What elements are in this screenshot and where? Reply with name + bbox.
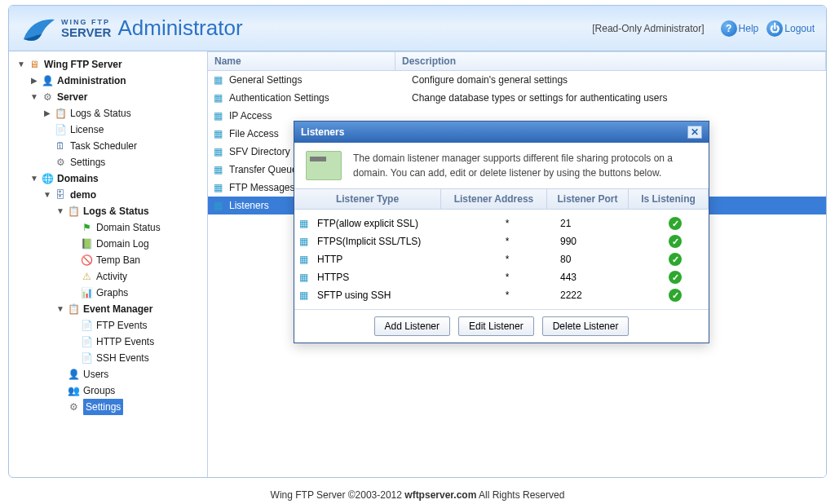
col-name: Name xyxy=(208,52,395,70)
row-desc: Configure domain's general settings xyxy=(412,74,826,86)
dialog-buttons: Add Listener Edit Listener Delete Listen… xyxy=(294,309,709,343)
row-icon: ▦ xyxy=(211,91,224,104)
listener-icon: ▦ xyxy=(299,290,312,301)
check-icon: ✓ xyxy=(669,217,682,230)
tree-groups[interactable]: 👥Groups xyxy=(55,382,205,399)
listener-row[interactable]: ▦FTPS(Implicit SSL/TLS)*990✓ xyxy=(299,232,709,250)
listener-row[interactable]: ▦SFTP using SSH*2222✓ xyxy=(299,286,709,304)
bird-icon xyxy=(20,10,58,47)
listener-icon: ▦ xyxy=(299,272,312,283)
document-icon: 📄 xyxy=(54,123,67,136)
tree-domains[interactable]: ▼🌐Domains xyxy=(29,170,205,187)
server-icon: 🖥 xyxy=(28,58,41,71)
delete-listener-button[interactable]: Delete Listener xyxy=(542,316,630,336)
tree-server-settings[interactable]: ⚙Settings xyxy=(42,154,205,170)
tree-domain-demo[interactable]: ▼🗄demo xyxy=(42,187,205,203)
tree-domain-log[interactable]: 📗Domain Log xyxy=(68,236,205,252)
col-port: Listener Port xyxy=(547,189,629,209)
tree-graphs[interactable]: 📊Graphs xyxy=(68,285,205,301)
footer: Wing FTP Server ©2003-2012 wftpserver.co… xyxy=(0,489,835,501)
tree-administration[interactable]: ▶👤Administration xyxy=(29,73,205,89)
logo: WING FTP SERVER xyxy=(20,10,111,47)
edit-listener-button[interactable]: Edit Listener xyxy=(458,316,534,336)
listener-type: FTPS(Implicit SSL/TLS) xyxy=(317,236,454,247)
listener-port: 990 xyxy=(560,236,642,247)
settings-row[interactable]: ▦General SettingsConfigure domain's gene… xyxy=(208,71,826,89)
listener-row[interactable]: ▦HTTP*80✓ xyxy=(299,250,709,268)
logout-link[interactable]: ⏻Logout xyxy=(767,20,815,37)
tree-ftp-events[interactable]: 📄FTP Events xyxy=(68,317,205,334)
check-icon: ✓ xyxy=(669,235,682,248)
tree-demo-logs[interactable]: ▼📋Logs & Status xyxy=(55,203,205,219)
tree-root[interactable]: ▼🖥Wing FTP Server xyxy=(15,56,205,73)
listener-row[interactable]: ▦FTP(allow explicit SSL)*21✓ xyxy=(299,214,709,232)
listener-icon: ▦ xyxy=(299,254,312,265)
tree-ssh-events[interactable]: 📄SSH Events xyxy=(68,350,205,366)
listener-table-header: Listener Type Listener Address Listener … xyxy=(294,188,709,210)
user-icon: 👤 xyxy=(67,368,80,381)
tree-users[interactable]: 👤Users xyxy=(55,366,205,382)
row-icon: ▦ xyxy=(211,73,224,86)
listener-addr: * xyxy=(454,254,560,265)
listener-addr: * xyxy=(454,236,560,247)
row-name: General Settings xyxy=(229,74,412,86)
listener-status: ✓ xyxy=(642,235,709,248)
listener-port: 80 xyxy=(560,254,642,265)
group-icon: 👥 xyxy=(67,384,80,397)
help-icon: ? xyxy=(721,20,737,37)
row-icon: ▦ xyxy=(211,199,224,212)
row-name: IP Access xyxy=(229,110,412,122)
listener-port: 443 xyxy=(560,272,642,283)
dialog-info: The domain listener manager supports dif… xyxy=(294,143,709,188)
add-listener-button[interactable]: Add Listener xyxy=(374,316,450,336)
listener-addr: * xyxy=(454,218,560,229)
gear-icon: ⚙ xyxy=(54,156,67,169)
tree-domain-status[interactable]: ⚑Domain Status xyxy=(68,219,205,236)
check-icon: ✓ xyxy=(669,271,682,284)
tree-server[interactable]: ▼⚙Server xyxy=(29,89,205,105)
help-link[interactable]: ?Help xyxy=(721,20,759,37)
tree-scheduler[interactable]: 🗓Task Scheduler xyxy=(42,138,205,154)
dialog-desc: The domain listener manager supports dif… xyxy=(353,151,697,180)
tree-activity[interactable]: ⚠Activity xyxy=(68,268,205,285)
log-icon: 📗 xyxy=(80,237,93,250)
ban-icon: 🚫 xyxy=(80,254,93,267)
listener-type: SFTP using SSH xyxy=(317,290,454,301)
tree-license[interactable]: 📄License xyxy=(42,122,205,138)
tree-temp-ban[interactable]: 🚫Temp Ban xyxy=(68,252,205,268)
tree-server-logs[interactable]: ▶📋Logs & Status xyxy=(42,105,205,122)
col-addr: Listener Address xyxy=(441,189,547,209)
tree-http-events[interactable]: 📄HTTP Events xyxy=(68,334,205,350)
listener-icon: ▦ xyxy=(299,218,312,229)
row-icon: ▦ xyxy=(211,181,224,194)
listener-icon: ▦ xyxy=(299,236,312,247)
close-button[interactable]: ✕ xyxy=(687,126,702,139)
listener-type: HTTP xyxy=(317,254,454,265)
listener-status: ✓ xyxy=(642,271,709,284)
col-listening: Is Listening xyxy=(629,189,709,209)
listener-status: ✓ xyxy=(642,217,709,230)
settings-row[interactable]: ▦Authentication SettingsChange database … xyxy=(208,89,826,107)
listeners-dialog: Listeners ✕ The domain listener manager … xyxy=(294,121,709,343)
col-desc: Description xyxy=(395,52,826,70)
dialog-title-bar[interactable]: Listeners ✕ xyxy=(294,122,709,143)
gears-icon: ⚙ xyxy=(41,91,54,104)
check-icon: ✓ xyxy=(669,289,682,302)
flag-icon: ⚑ xyxy=(80,221,93,234)
chart-icon: 📊 xyxy=(80,286,93,299)
tree-domain-settings[interactable]: ⚙Settings xyxy=(55,399,205,415)
listener-status: ✓ xyxy=(642,253,709,266)
row-name: Authentication Settings xyxy=(229,92,412,104)
person-icon: 👤 xyxy=(41,74,54,87)
app-title: Administrator xyxy=(117,15,242,41)
row-icon: ▦ xyxy=(211,145,224,158)
activity-icon: ⚠ xyxy=(80,270,93,283)
nav-sidebar: ▼🖥Wing FTP Server ▶👤Administration ▼⚙Ser… xyxy=(9,51,208,477)
doc-icon: 📄 xyxy=(80,335,93,348)
power-icon: ⏻ xyxy=(767,20,783,37)
listener-row[interactable]: ▦HTTPS*443✓ xyxy=(299,268,709,286)
dialog-title: Listeners xyxy=(301,126,344,138)
check-icon: ✓ xyxy=(669,253,682,266)
network-card-icon xyxy=(306,151,342,180)
tree-event-manager[interactable]: ▼📋Event Manager xyxy=(55,301,205,317)
